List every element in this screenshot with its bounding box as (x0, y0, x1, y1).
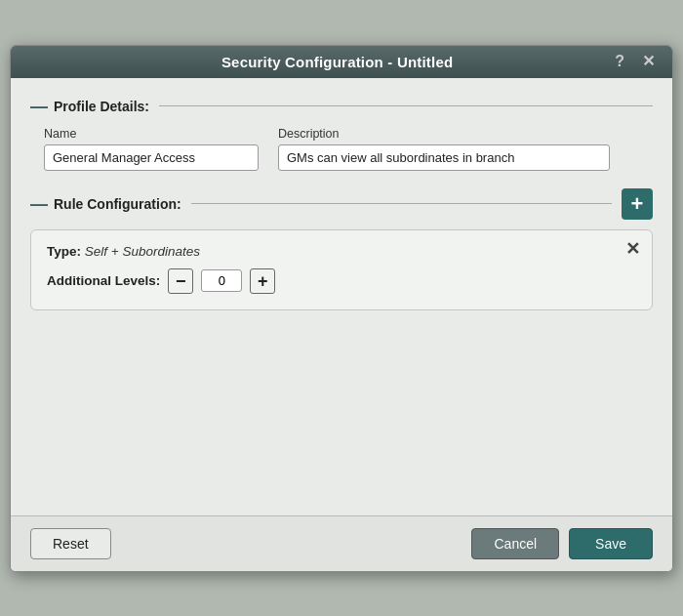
description-field-group: Description (278, 127, 610, 171)
dialog-body: — Profile Details: Name Description — Ru… (11, 78, 672, 515)
rule-type-line: Type: Self + Subordinates (47, 244, 636, 259)
rule-configuration-header: — Rule Configuration: + (30, 188, 653, 220)
dialog-titlebar: Security Configuration - Untitled ? ✕ (11, 46, 672, 78)
footer-left: Reset (30, 528, 471, 559)
close-button[interactable]: ✕ (638, 54, 659, 69)
profile-details-title: Profile Details: (54, 99, 149, 114)
profile-details-dash: — (30, 98, 48, 115)
type-value: Self + Subordinates (85, 244, 200, 259)
security-config-dialog: Security Configuration - Untitled ? ✕ — … (10, 45, 673, 572)
type-label: Type: (47, 244, 81, 259)
decrement-level-button[interactable]: − (168, 268, 193, 294)
name-input[interactable] (44, 144, 259, 171)
add-rule-button[interactable]: + (622, 188, 653, 220)
rule-card-close-button[interactable]: ✕ (625, 240, 640, 258)
level-input[interactable] (201, 269, 242, 292)
additional-levels-line: Additional Levels: − + (47, 268, 636, 294)
dialog-title: Security Configuration - Untitled (63, 54, 611, 70)
titlebar-actions: ? ✕ (611, 54, 659, 69)
name-field-group: Name (44, 127, 259, 171)
increment-level-button[interactable]: + (250, 268, 275, 294)
profile-fields: Name Description (30, 127, 653, 171)
body-spacer (30, 320, 653, 496)
save-button[interactable]: Save (569, 528, 653, 559)
description-label: Description (278, 127, 610, 141)
rule-config-divider (191, 203, 612, 204)
rule-card: ✕ Type: Self + Subordinates Additional L… (30, 229, 653, 310)
footer-right: Cancel Save (471, 528, 653, 559)
description-input[interactable] (278, 144, 610, 171)
additional-levels-label: Additional Levels: (47, 273, 160, 288)
rule-config-title: Rule Configuration: (54, 196, 181, 212)
rule-config-dash: — (30, 195, 48, 213)
dialog-footer: Reset Cancel Save (11, 515, 672, 571)
reset-button[interactable]: Reset (30, 528, 111, 559)
help-button[interactable]: ? (611, 54, 628, 69)
cancel-button[interactable]: Cancel (471, 528, 559, 559)
profile-details-header: — Profile Details: (30, 98, 653, 115)
profile-details-divider (159, 105, 653, 106)
name-label: Name (44, 127, 259, 141)
